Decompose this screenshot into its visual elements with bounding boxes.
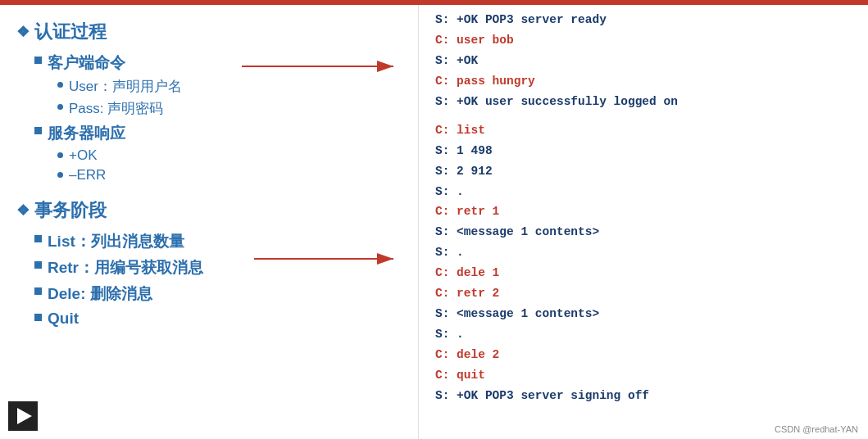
watermark: CSDN @redhat-YAN <box>775 424 858 434</box>
proto-line: S: +OK POP3 server signing off <box>435 386 855 406</box>
err-text: –ERR <box>69 167 106 183</box>
proto-line: S: <message 1 contents> <box>435 222 855 242</box>
proto-line: S: 2 912 <box>435 161 855 182</box>
proto-line: S: . <box>435 182 855 202</box>
proto-line: C: retr 1 <box>435 201 855 222</box>
user-item: User：声明用户名 <box>57 77 402 96</box>
sub1-header: 客户端命令 <box>34 52 402 74</box>
proto-line: S: . <box>435 242 855 263</box>
trans-lines: C: list S: 1 498 S: 2 912 S: . C: retr 1… <box>435 120 855 406</box>
square-bullet-3 <box>34 235 42 242</box>
proto-line: C: user bob <box>435 30 855 51</box>
proto-line: S: +OK <box>435 51 855 71</box>
retr-text: Retr：用编号获取消息 <box>48 257 203 278</box>
content-area: ❖ 认证过程 客户端命令 User：声明用户名 Pass: 声明密码 服务器响应… <box>0 5 868 439</box>
right-panel: S: +OK POP3 server ready C: user bob S: … <box>418 5 868 439</box>
pass-item: Pass: 声明密码 <box>57 99 402 118</box>
left-panel: ❖ 认证过程 客户端命令 User：声明用户名 Pass: 声明密码 服务器响应… <box>0 5 418 439</box>
dele-text: Dele: 删除消息 <box>48 283 152 305</box>
section2-title: ❖ 事务阶段 <box>16 198 402 223</box>
dele-item: Dele: 删除消息 <box>34 283 402 305</box>
section1-title-text: 认证过程 <box>34 20 107 44</box>
proto-line: C: list <box>435 120 855 141</box>
proto-line: S: <message 1 contents> <box>435 304 855 324</box>
list-text: List：列出消息数量 <box>48 231 184 252</box>
proto-line: S: +OK POP3 server ready <box>435 10 855 30</box>
square-bullet-4 <box>34 261 42 269</box>
square-bullet-6 <box>34 314 42 321</box>
proto-line: C: retr 2 <box>435 283 855 304</box>
proto-line: C: pass hungry <box>435 71 855 92</box>
sub2-label: 服务器响应 <box>48 123 125 144</box>
section1-title: ❖ 认证过程 <box>16 20 402 44</box>
square-bullet-1 <box>34 57 42 64</box>
proto-line: C: dele 2 <box>435 345 855 365</box>
square-bullet-2 <box>34 127 42 134</box>
proto-line: C: dele 1 <box>435 263 855 283</box>
section-divider <box>435 112 855 120</box>
err-item: –ERR <box>57 167 402 183</box>
list-item: List：列出消息数量 <box>34 231 402 252</box>
sub1-label: 客户端命令 <box>48 52 125 74</box>
circle-bullet-4 <box>57 172 63 178</box>
play-icon <box>17 408 32 424</box>
proto-line: S: +OK user successfully logged on <box>435 92 855 112</box>
auth-lines: S: +OK POP3 server ready C: user bob S: … <box>435 10 855 112</box>
proto-line: S: . <box>435 324 855 345</box>
circle-bullet-3 <box>57 152 63 158</box>
quit-item: Quit <box>34 310 402 328</box>
diamond-icon-2: ❖ <box>16 201 30 220</box>
circle-bullet-2 <box>57 104 63 110</box>
square-bullet-5 <box>34 287 42 295</box>
pass-text: Pass: 声明密码 <box>69 99 163 118</box>
section2-title-text: 事务阶段 <box>34 198 107 223</box>
quit-text: Quit <box>48 310 79 328</box>
user-text: User：声明用户名 <box>69 77 182 96</box>
circle-bullet-1 <box>57 82 63 88</box>
ok-text: +OK <box>69 147 98 164</box>
sub2-header: 服务器响应 <box>34 123 402 144</box>
retr-item: Retr：用编号获取消息 <box>34 257 402 278</box>
proto-line: C: quit <box>435 365 855 386</box>
diamond-icon-1: ❖ <box>16 23 30 41</box>
ok-item: +OK <box>57 147 402 164</box>
proto-line: S: 1 498 <box>435 141 855 161</box>
play-button[interactable] <box>8 401 38 431</box>
